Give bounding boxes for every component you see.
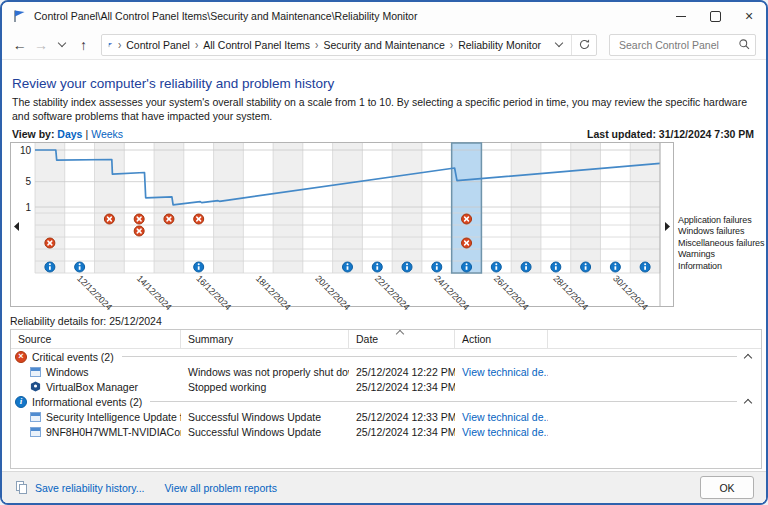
table-row-security-intelligence-update[interactable]: Security Intelligence Update for M... Su… (11, 409, 761, 424)
view-by-days-link[interactable]: Days (57, 128, 82, 140)
search-icon (738, 38, 751, 51)
chart-day-column[interactable] (541, 143, 571, 273)
chart-day-column[interactable] (214, 143, 244, 273)
view-technical-details-link[interactable]: View technical de... (462, 426, 548, 438)
table-row-windows[interactable]: Windows Windows was not properly shut do… (11, 364, 761, 379)
chart-day-column[interactable] (481, 143, 511, 273)
chart-day-column[interactable] (273, 143, 303, 273)
forward-button[interactable]: → (31, 34, 50, 56)
reliability-chart[interactable]: 105112/12/202414/12/202416/12/202418/12/… (2, 140, 768, 310)
security-flag-icon (108, 39, 113, 51)
breadcrumb-separator: › (315, 39, 318, 51)
row-label-application-failures: Application failures (678, 215, 764, 226)
chart-day-column[interactable] (154, 143, 184, 273)
column-header-summary[interactable]: Summary (181, 330, 349, 348)
table-row-nvidia-update[interactable]: 9NF8H0H7WMLT-NVIDIACorp.NV... Successful… (11, 424, 761, 439)
minimize-button[interactable] (664, 2, 698, 30)
group-row-informational-events[interactable]: i Informational events (2) (11, 394, 761, 409)
windows-app-icon (30, 427, 41, 437)
search-input[interactable] (617, 38, 738, 52)
last-updated-label: Last updated: 31/12/2024 7:30 PM (587, 128, 754, 140)
close-button[interactable]: × (732, 2, 766, 30)
address-dropdown-button[interactable] (547, 35, 571, 55)
information-icon: i (15, 396, 27, 408)
breadcrumb-separator: › (118, 39, 121, 51)
view-all-problem-reports-link[interactable]: View all problem reports (165, 482, 277, 494)
chart-day-column[interactable] (333, 143, 363, 273)
chart-day-column[interactable] (303, 143, 333, 273)
page-description: The stability index assesses your system… (12, 96, 752, 123)
breadcrumb-item-security-maintenance[interactable]: Security and Maintenance (323, 39, 444, 51)
chart-day-column[interactable] (65, 143, 95, 273)
maximize-button[interactable] (698, 2, 732, 30)
table-header: Source Summary Date Action (11, 330, 761, 349)
chart-day-column[interactable] (362, 143, 392, 273)
windows-app-icon (30, 412, 41, 422)
window-title: Control Panel\All Control Panel Items\Se… (34, 10, 417, 22)
navigation-bar: ← → ↑ › Control Panel › All Control Pane… (2, 30, 766, 60)
close-icon: × (745, 9, 753, 23)
sort-ascending-icon (396, 330, 404, 338)
content-area: Review your computer's reliability and p… (2, 60, 766, 503)
chart-day-column[interactable] (630, 143, 660, 273)
title-bar: Control Panel\All Control Panel Items\Se… (2, 2, 766, 30)
group-label: Informational events (2) (32, 396, 142, 408)
view-by-weeks-link[interactable]: Weeks (91, 128, 123, 140)
breadcrumb-separator: › (450, 39, 453, 51)
row-label-windows-failures: Windows failures (678, 226, 764, 237)
collapse-chevron-icon[interactable] (744, 353, 752, 361)
chart-day-column[interactable] (511, 143, 541, 273)
view-by-separator: | (85, 128, 88, 140)
row-label-warnings: Warnings (678, 249, 764, 260)
chart-day-column[interactable] (392, 143, 422, 273)
row-label-information: Information (678, 261, 764, 272)
reliability-monitor-window: Control Panel\All Control Panel Items\Se… (0, 0, 768, 505)
view-technical-details-link[interactable]: View technical de... (462, 411, 548, 423)
group-row-critical-events[interactable]: × Critical events (2) (11, 349, 761, 364)
column-header-filler (548, 330, 761, 348)
breadcrumb-item-control-panel[interactable]: Control Panel (126, 39, 190, 51)
search-box (609, 34, 756, 56)
y-tick-label: 10 (20, 145, 32, 156)
recent-pages-button[interactable] (53, 34, 72, 56)
chart-row-labels: Application failures Windows failures Mi… (678, 215, 764, 272)
page-title: Review your computer's reliability and p… (12, 76, 766, 91)
chart-day-column[interactable] (452, 143, 482, 273)
table-row-virtualbox[interactable]: VirtualBox Manager Stopped working 25/12… (11, 379, 761, 394)
refresh-button[interactable] (571, 35, 596, 55)
address-bar[interactable]: › Control Panel › All Control Panel Item… (101, 34, 597, 56)
chart-day-column[interactable] (35, 143, 65, 273)
collapse-chevron-icon[interactable] (744, 398, 752, 406)
view-by-label: View by: (12, 128, 54, 140)
column-header-date[interactable]: Date (349, 330, 455, 348)
reliability-details-table: Source Summary Date Action × Critical ev… (10, 329, 762, 469)
reliability-details-label: Reliability details for: 25/12/2024 (10, 315, 766, 327)
chart-day-column[interactable] (571, 143, 601, 273)
chart-region: 105112/12/202414/12/202416/12/202418/12/… (2, 140, 766, 310)
column-header-action[interactable]: Action (455, 330, 548, 348)
windows-app-icon (30, 367, 41, 377)
y-tick-label: 1 (25, 202, 31, 213)
security-flag-icon (12, 9, 26, 23)
breadcrumb-separator: › (195, 39, 198, 51)
back-button[interactable]: ← (10, 34, 29, 56)
row-label-miscellaneous-failures: Miscellaneous failures (678, 238, 764, 249)
group-divider (150, 401, 737, 402)
up-button[interactable]: ↑ (74, 34, 93, 56)
chart-day-column[interactable] (600, 143, 630, 273)
chart-day-column[interactable] (124, 143, 154, 273)
ok-button[interactable]: OK (700, 476, 754, 499)
group-label: Critical events (2) (32, 351, 114, 363)
save-reliability-history-link[interactable]: Save reliability history... (35, 482, 145, 494)
critical-icon: × (15, 351, 27, 363)
view-technical-details-link[interactable]: View technical de... (462, 366, 548, 378)
view-by-bar: View by: Days | Weeks Last updated: 31/1… (12, 128, 754, 140)
chart-day-column[interactable] (184, 143, 214, 273)
chart-day-column[interactable] (95, 143, 125, 273)
breadcrumb-item-all-items[interactable]: All Control Panel Items (203, 39, 310, 51)
chart-day-column[interactable] (422, 143, 452, 273)
chart-day-column[interactable] (243, 143, 273, 273)
column-header-source[interactable]: Source (11, 330, 181, 348)
y-tick-label: 5 (25, 176, 31, 187)
breadcrumb-item-reliability-monitor[interactable]: Reliability Monitor (458, 39, 541, 51)
